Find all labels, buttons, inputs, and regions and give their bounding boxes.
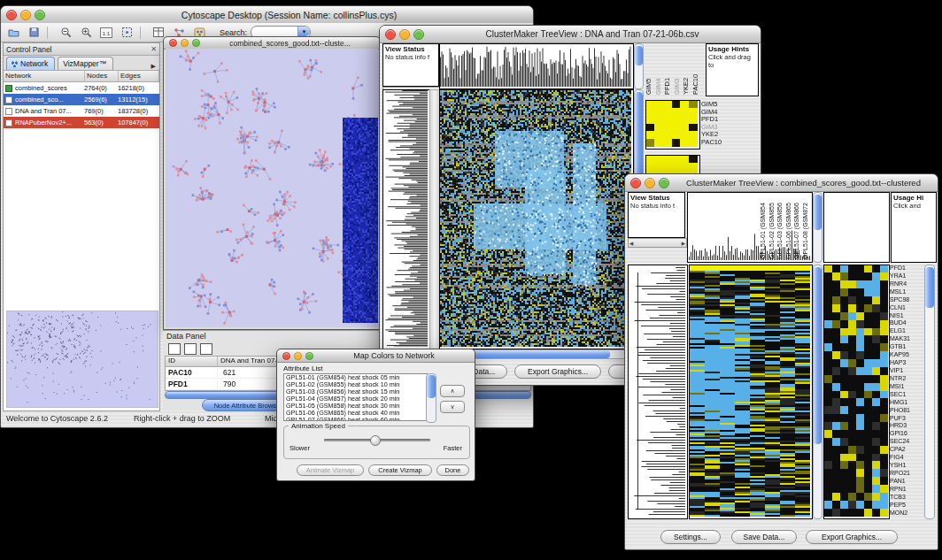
create-vizmap-button[interactable]: Create Vizmap [368,464,432,476]
main-titlebar[interactable]: Cytoscape Desktop (Session Name: collins… [1,6,533,24]
export-graphics-button[interactable]: Export Graphics... [514,364,601,379]
zoom-in-icon[interactable] [78,25,94,41]
col-nodes[interactable]: Nodes [85,71,119,81]
gene-label: MSI1 [890,383,923,391]
zoom-heatmap-pane[interactable] [823,265,890,519]
network-row[interactable]: DNA and Tran 07...769(0)183728(0) [4,105,159,117]
heatmap-pane[interactable] [439,89,634,349]
close-button[interactable] [6,10,17,20]
attribute-delete-icon[interactable] [200,343,212,355]
network-row[interactable]: combined_scores2764(0)16218(0) [4,82,159,94]
move-up-button[interactable]: ∧ [440,385,465,397]
zoom-one-to-one-icon[interactable]: 1:1 [98,25,114,41]
network-table-header: Network Nodes Edges [4,71,159,82]
close-button[interactable] [169,39,177,47]
column-dendrogram-scrollbar[interactable] [634,43,644,89]
col-network[interactable]: Network [4,71,85,81]
row-dendrogram-canvas[interactable] [383,90,428,347]
attribute-item[interactable]: GPL51-01 (GSM854) heat shock 05 min [284,374,427,381]
network-overview-thumbnail[interactable] [6,311,158,408]
network-row[interactable]: RNAPuberNov2+...563(0)107847(0) [4,117,159,128]
tab-network[interactable]: Network [6,57,55,70]
column-label: GPL51-06 (GSM865 [785,194,794,259]
export-graphics-button[interactable]: Export Graphics... [806,530,898,544]
gene-label: GTB1 [890,343,923,351]
slider-thumb[interactable] [370,435,381,446]
minimize-button[interactable] [399,29,410,40]
attribute-item[interactable]: GPL51-07 (GSM866) heat shock 60 min [284,417,427,421]
heatmap-pane[interactable] [689,265,813,519]
network-view-window: combined_scores_good.txt--cluste... [163,36,381,330]
gene-label: RNR4 [890,280,923,288]
search-label: Search: [220,28,247,37]
minimize-button[interactable] [181,39,189,47]
zoom-button[interactable] [35,10,45,20]
zoom-heatmap-canvas[interactable] [824,265,888,517]
top-scrollbar[interactable] [813,192,822,263]
done-button[interactable]: Done [436,464,469,476]
zoom-button[interactable] [659,178,669,188]
minimize-button[interactable] [20,10,31,20]
animation-speed-slider[interactable] [324,439,430,441]
view-status-scrollbar[interactable]: ◀▶ [628,238,687,248]
row-dendrogram-pane[interactable] [628,265,688,519]
network-canvas-area[interactable] [166,49,378,327]
attribute-item[interactable]: GPL51-02 (GSM855) heat shock 10 min [284,381,427,388]
row-dendrogram-canvas[interactable] [629,265,685,517]
zoom-out-icon[interactable] [58,25,73,41]
gene-label: RPN1 [890,486,923,494]
tab-overflow-icon[interactable]: ▶ [148,63,159,70]
close-button[interactable] [630,178,641,188]
treeview2-titlebar[interactable]: ClusterMaker TreeView : combined_scores_… [625,174,938,192]
window-controls [6,10,45,20]
move-down-button[interactable]: ∨ [440,401,465,413]
network-view-titlebar[interactable]: combined_scores_good.txt--cluste... [164,37,380,50]
column-label: GIM5 [645,43,654,95]
save-session-icon[interactable] [26,25,42,41]
row-dendrogram-pane[interactable] [382,89,430,349]
gene-label: CLN1 [890,304,923,312]
attribute-create-icon[interactable] [184,343,197,355]
attribute-select-icon[interactable] [168,343,181,355]
tab-vizmapper[interactable]: VizMapper™ [58,57,113,70]
attribute-item[interactable]: GPL51-03 (GSM856) heat shock 15 min [284,388,427,395]
attribute-item[interactable]: GPL51-04 (GSM857) heat shock 20 min [284,395,427,403]
heatmap-canvas[interactable] [440,90,631,347]
panel-close-icon[interactable]: ✕ [151,45,157,53]
dense-network-block[interactable] [343,118,378,323]
gene-label: RPO21 [890,470,923,478]
gene-list-scrollbar[interactable] [924,265,935,519]
column-label: GPL51-08 (GSM872 [802,194,811,259]
heatmap-vscrollbar[interactable] [813,265,822,519]
open-file-icon[interactable] [5,25,21,41]
zoom-button[interactable] [305,352,313,360]
attribute-item[interactable]: GPL51-05 (GSM858) heat shock 30 min [284,403,427,410]
dialog-titlebar[interactable]: Map Colors to Network [277,349,475,363]
attribute-list[interactable]: GPL51-01 (GSM854) heat shock 05 minGPL51… [283,373,428,421]
zoom-button[interactable] [192,39,200,47]
col-edges[interactable]: Edges [119,71,159,81]
correlation-matrix-1[interactable] [645,100,700,150]
save-data-button[interactable]: Save Data... [731,530,797,544]
minimize-button[interactable] [645,178,655,188]
correlation-matrix-1-canvas[interactable] [646,101,698,147]
attribute-list-scrollbar[interactable] [426,373,436,423]
heatmap-canvas[interactable] [690,265,810,517]
treeview1-titlebar[interactable]: ClusterMaker TreeView : DNA and Tran 07-… [380,26,761,43]
close-button[interactable] [282,352,290,360]
column-dendrogram-canvas[interactable] [440,44,631,87]
zoom-fit-icon[interactable] [119,25,135,41]
minimize-button[interactable] [294,352,302,360]
close-button[interactable] [385,29,396,40]
column-dendrogram-pane[interactable] [439,43,634,89]
search-dropdown-icon[interactable]: ▼ [297,27,310,36]
network-row[interactable]: combined_sco...2569(6)13112(15) [4,94,159,105]
settings-button[interactable]: Settings... [660,530,721,544]
gene-label: NTR2 [890,375,923,383]
attribute-item[interactable]: GPL51-06 (GSM865) heat shock 40 min [284,410,427,417]
network-view-title: combined_scores_good.txt--cluste... [200,39,380,48]
zoom-button[interactable] [413,29,424,40]
animate-vizmap-button[interactable]: Animate Vizmap [297,464,364,476]
gene-label: NIS1 [890,312,923,320]
col-id[interactable]: ID [166,357,218,366]
